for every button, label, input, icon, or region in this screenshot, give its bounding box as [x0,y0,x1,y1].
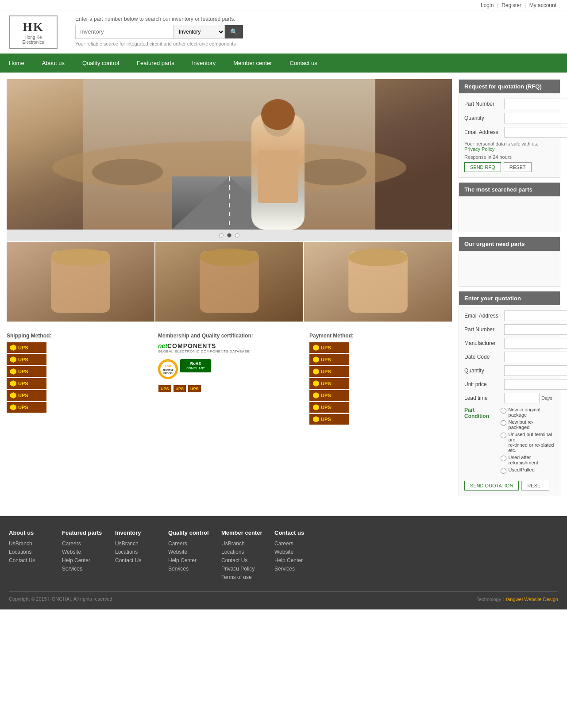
thumbnail-3[interactable] [304,242,452,322]
nav-home[interactable]: Home [0,54,33,73]
footer-featured-services[interactable]: Services [62,566,106,572]
most-searched-section: The most searched parts [459,182,560,232]
rfq-email-input[interactable] [504,127,567,138]
rfq-send-btn[interactable]: SEND RFQ [464,162,501,172]
rfq-email-row: Email Address [464,127,555,138]
condition-radio-1[interactable] [501,408,506,414]
nav-inventory[interactable]: Inventory [183,54,224,73]
nav-quality[interactable]: Quality control [73,54,128,73]
footer-about-contact[interactable]: Contact Us [9,557,53,563]
footer-member-privacy[interactable]: Privacu Policy [221,566,266,572]
rfq-part-row: Part Number [464,99,555,109]
quot-qty-input[interactable] [504,365,567,376]
thumbnail-1[interactable] [7,242,154,322]
ups-item-2: UPS [7,354,46,365]
footer-featured-careers[interactable]: Careers [62,540,106,547]
footer-inventory-contact[interactable]: Contact Us [115,557,159,563]
rfq-part-input[interactable] [504,99,567,109]
payment-item-6: UPS [309,402,349,413]
nav-about[interactable]: About us [33,54,73,73]
part-condition-options: New in original package New but re-packa… [501,407,555,475]
nav-member[interactable]: Member center [224,54,281,73]
quot-reset-btn[interactable]: RESET [521,481,549,490]
payment-label: Payment Method: [309,333,452,339]
rfq-qty-row: Quantity [464,113,555,123]
quot-send-btn[interactable]: SEND QUOTATION [464,481,519,490]
quot-qty-label: Quantity [464,368,504,374]
footer-quality-helpcenter[interactable]: Help Center [168,557,212,563]
footer-member-contact[interactable]: Contact Us [221,557,266,563]
footer-inventory-locations[interactable]: Locations [115,549,159,555]
payment-item-7: UPS [309,414,349,425]
quotation-section: Enter your quotation Email Address Part … [459,291,560,496]
footer-contact-careers[interactable]: Careers [274,540,319,547]
payment-item-1: UPS [309,342,349,353]
quotation-header: Enter your quotation [459,291,560,305]
membership-col: Membership and Quality certification: ne… [158,333,301,425]
login-link[interactable]: Login [481,2,494,8]
urgent-parts-body [459,251,560,286]
slider-svg [7,79,452,230]
search-button[interactable]: 🔍 [225,25,243,38]
svg-text:RoHS: RoHS [190,361,201,366]
ups-item-6: UPS [7,402,46,413]
rfq-qty-input[interactable] [504,113,567,123]
quot-price-row: Unit price [464,379,555,390]
slider-dot-3[interactable] [235,233,239,238]
slider-dot-2[interactable] [227,233,231,238]
quot-mfr-input[interactable] [504,338,567,349]
footer-inventory-usbranch[interactable]: UsBranch [115,540,159,547]
quot-price-label: Unit price [464,381,504,387]
footer-member-terms[interactable]: Terms of use [221,574,266,580]
rfq-header: Request for quotation (RFQ) [459,80,560,93]
footer-member-usbranch[interactable]: UsBranch [221,540,266,547]
footer-featured-website[interactable]: Website [62,549,106,555]
footer-quality-services[interactable]: Services [168,566,212,572]
nav-contact[interactable]: Contact us [281,54,326,73]
rfq-body: Part Number Quantity Email Address Your … [459,93,560,177]
ups-shipping-grid: UPS UPS UPS UPS UPS UPS [7,342,149,413]
condition-radio-3[interactable] [501,433,506,438]
payment-item-4: UPS [309,378,349,389]
quot-lead-input[interactable] [504,393,540,403]
condition-option-4: Used after refurbishment [501,455,555,465]
rfq-privacy-note: Your personal data is safe with us. Priv… [464,141,555,152]
rfq-response-note: Response in 24 hours [464,154,555,160]
footer-contact-services[interactable]: Services [274,566,319,572]
condition-radio-5[interactable] [501,468,506,474]
search-type-dropdown[interactable]: Inventory Featured parts [173,25,224,38]
quot-mfr-row: Manufacturer [464,338,555,349]
footer-col-about: About us UsBranch Locations Contact Us [9,529,53,582]
footer-about-usbranch[interactable]: UsBranch [9,540,53,547]
tech-link[interactable]: fangwei Website Design [506,597,558,602]
section-info: Shipping Method: UPS UPS UPS UPS UPS UPS… [7,328,452,429]
footer-contact-helpcenter[interactable]: Help Center [274,557,319,563]
rfq-box: Request for quotation (RFQ) Part Number … [459,79,560,178]
membership-label: Membership and Quality certification: [158,333,301,339]
footer-about-locations[interactable]: Locations [9,549,53,555]
nav-featured[interactable]: Featured parts [128,54,183,73]
footer-contact-website[interactable]: Website [274,549,319,555]
condition-radio-4[interactable] [501,456,506,461]
myaccount-link[interactable]: My account [529,2,556,8]
thumbnail-2[interactable] [155,242,303,322]
rfq-privacy-link[interactable]: Privacy Policy [464,146,494,152]
footer-featured-helpcenter[interactable]: Help Center [62,557,106,563]
quot-email-row: Email Address [464,310,555,321]
footer-quality-website[interactable]: Website [168,549,212,555]
most-searched-body [459,196,560,232]
search-input[interactable] [76,25,173,38]
condition-radio-2[interactable] [501,420,506,426]
quot-date-input[interactable] [504,352,567,362]
footer-quality-careers[interactable]: Careers [168,540,212,547]
rfq-reset-btn[interactable]: RESET [504,162,532,172]
footer-cols: About us UsBranch Locations Contact Us F… [9,529,558,582]
register-link[interactable]: Register [501,2,521,8]
footer-member-locations[interactable]: Locations [221,549,266,555]
quot-price-input[interactable] [504,379,567,390]
part-condition-section: Part Condition New in original package N… [464,407,555,475]
quot-email-input[interactable] [504,310,567,321]
quot-part-input[interactable] [504,324,567,335]
cert-badges: ESD SENSITIVE DEVICES RoHS COMPLIANT [158,359,301,379]
slider-dot-1[interactable] [219,233,224,238]
